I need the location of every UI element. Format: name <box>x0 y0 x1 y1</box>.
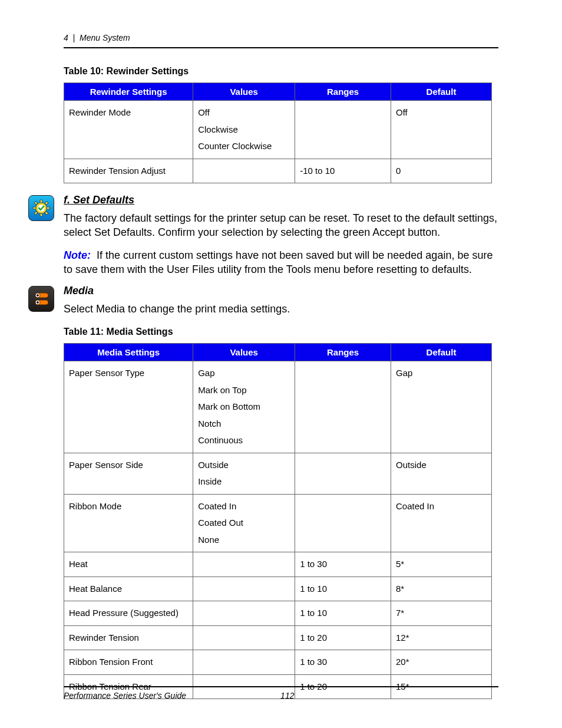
cell-default: 7* <box>391 601 492 626</box>
table-row: Rewinder ModeOffClockwiseCounter Clockwi… <box>64 101 492 159</box>
cell-ranges <box>295 101 391 159</box>
cell-default: Outside <box>391 453 492 494</box>
table-row: Ribbon ModeCoated InCoated OutNoneCoated… <box>64 494 492 552</box>
value-option: Gap <box>198 365 290 382</box>
th-rewinder-settings: Rewinder Settings <box>64 83 193 101</box>
cell-default: 8* <box>391 577 492 601</box>
heading-media: Media <box>64 285 498 297</box>
value-option: Clockwise <box>198 121 290 139</box>
table-row: Heat1 to 305* <box>64 552 492 577</box>
th-ranges: Ranges <box>295 344 391 361</box>
note-label: Note: <box>64 249 91 261</box>
cell-values <box>193 601 295 626</box>
cell-ranges: 1 to 10 <box>295 577 391 601</box>
cell-setting: Rewinder Tension <box>64 625 193 650</box>
table10: Rewinder Settings Values Ranges Default … <box>64 83 492 183</box>
cell-setting: Heat Balance <box>64 577 193 601</box>
table11-body: Paper Sensor TypeGapMark on TopMark on B… <box>64 361 492 699</box>
table10-caption: Table 10: Rewinder Settings <box>64 66 498 77</box>
table10-body: Rewinder ModeOffClockwiseCounter Clockwi… <box>64 101 492 183</box>
note-body: If the current custom settings have not … <box>64 249 492 275</box>
th-media-settings: Media Settings <box>64 344 193 361</box>
cell-default: Coated In <box>391 494 492 552</box>
cell-ranges <box>295 361 391 453</box>
cell-values: OutsideInside <box>193 453 295 494</box>
svg-point-13 <box>37 302 38 304</box>
table11-caption: Table 11: Media Settings <box>64 327 498 337</box>
header-rule <box>64 47 498 48</box>
cell-ranges: -10 to 10 <box>295 159 391 183</box>
cell-ranges: 1 to 30 <box>295 650 391 675</box>
heading-set-defaults: f. Set Defaults <box>64 194 498 206</box>
cell-ranges <box>295 453 391 494</box>
cell-values <box>193 552 295 577</box>
media-rolls-icon <box>32 289 51 308</box>
cell-ranges: 1 to 10 <box>295 601 391 626</box>
footer-rule <box>64 686 498 687</box>
footer-page-number: 112 <box>186 691 498 700</box>
set-defaults-paragraph: The factory default settings for the pri… <box>64 211 498 240</box>
cell-values <box>193 650 295 675</box>
cell-values: Coated InCoated OutNone <box>193 494 295 552</box>
cell-values <box>193 159 295 183</box>
value-option: Off <box>198 104 290 121</box>
svg-rect-1 <box>40 200 42 203</box>
cell-setting: Ribbon Tension Front <box>64 650 193 675</box>
gear-check-icon <box>32 199 51 218</box>
table-row: Head Pressure (Suggested)1 to 107* <box>64 601 492 626</box>
value-option: Inside <box>198 473 290 490</box>
cell-values <box>193 577 295 601</box>
table11: Media Settings Values Ranges Default Pap… <box>64 343 492 699</box>
table-row: Heat Balance1 to 108* <box>64 577 492 601</box>
footer-guide-title: Performance Series User's Guide <box>64 691 186 700</box>
value-option: Mark on Top <box>198 382 290 399</box>
cell-ranges: 1 to 30 <box>295 552 391 577</box>
value-option: Mark on Bottom <box>198 398 290 416</box>
th-values: Values <box>193 83 295 101</box>
cell-values: OffClockwiseCounter Clockwise <box>193 101 295 159</box>
svg-rect-3 <box>33 207 36 209</box>
set-defaults-icon <box>28 195 54 221</box>
table-row: Rewinder Tension Adjust-10 to 100 <box>64 159 492 183</box>
cell-default: 0 <box>391 159 492 183</box>
cell-ranges: 1 to 20 <box>295 625 391 650</box>
chapter-title: Menu System <box>80 33 130 42</box>
value-option: Notch <box>198 416 290 433</box>
media-icon <box>28 286 54 312</box>
svg-rect-2 <box>40 213 42 216</box>
running-head: 4 | Menu System <box>64 33 498 42</box>
section-media: Media Select Media to change the print m… <box>64 285 498 316</box>
value-option: Coated In <box>198 498 290 515</box>
cell-values <box>193 625 295 650</box>
table-row: Paper Sensor TypeGapMark on TopMark on B… <box>64 361 492 453</box>
value-option: Continuous <box>198 432 290 449</box>
cell-setting: Head Pressure (Suggested) <box>64 601 193 626</box>
svg-point-11 <box>37 295 38 297</box>
media-paragraph: Select Media to change the print media s… <box>64 302 498 316</box>
table11-header-row: Media Settings Values Ranges Default <box>64 344 492 361</box>
cell-setting: Heat <box>64 552 193 577</box>
th-default: Default <box>391 83 492 101</box>
cell-ranges <box>295 494 391 552</box>
value-option: None <box>198 532 290 549</box>
cell-default: Gap <box>391 361 492 453</box>
cell-setting: Paper Sensor Type <box>64 361 193 453</box>
cell-default: 20* <box>391 650 492 675</box>
section-set-defaults: f. Set Defaults The factory default sett… <box>64 194 498 276</box>
th-values: Values <box>193 344 295 361</box>
separator: | <box>73 33 75 42</box>
svg-rect-4 <box>47 207 49 209</box>
cell-default: 12* <box>391 625 492 650</box>
cell-setting: Paper Sensor Side <box>64 453 193 494</box>
table-row: Ribbon Tension Front1 to 3020* <box>64 650 492 675</box>
table-row: Paper Sensor SideOutsideInsideOutside <box>64 453 492 494</box>
value-option: Coated Out <box>198 515 290 532</box>
value-option: Counter Clockwise <box>198 138 290 155</box>
table-row: Rewinder Tension1 to 2012* <box>64 625 492 650</box>
cell-default: Off <box>391 101 492 159</box>
cell-setting: Rewinder Tension Adjust <box>64 159 193 183</box>
th-default: Default <box>391 344 492 361</box>
cell-default: 5* <box>391 552 492 577</box>
th-ranges: Ranges <box>295 83 391 101</box>
page-footer: Performance Series User's Guide 112 <box>64 686 498 700</box>
